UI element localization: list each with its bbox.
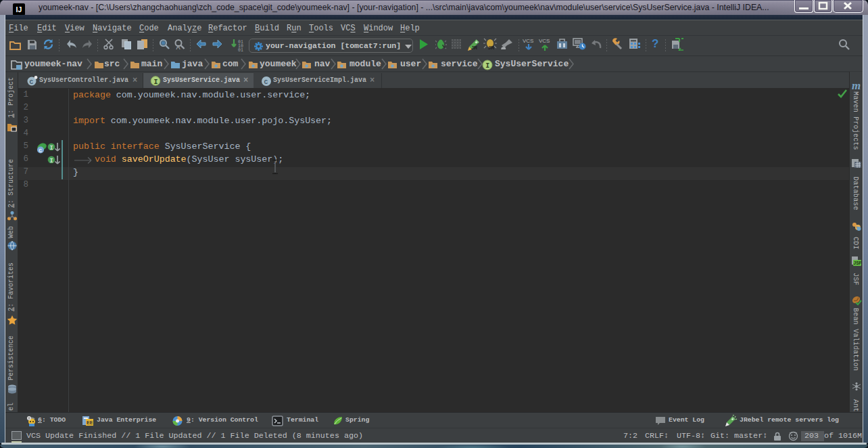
svg-text:C: C: [264, 79, 268, 86]
svg-text:JR: JR: [488, 45, 494, 50]
svg-text:01: 01: [238, 48, 243, 52]
svg-text:C: C: [39, 148, 42, 154]
svg-text:C: C: [30, 79, 34, 86]
svg-text:I: I: [49, 158, 53, 164]
svg-text:VCS: VCS: [539, 38, 550, 44]
svg-text:A: A: [176, 44, 180, 50]
svg-text:I: I: [153, 79, 158, 86]
svg-text:I: I: [49, 145, 53, 152]
svg-text:JR: JR: [471, 45, 477, 50]
svg-text:VCS: VCS: [523, 38, 533, 44]
svg-text:I: I: [485, 62, 489, 70]
svg-text:EE: EE: [87, 420, 93, 425]
svg-text:JSF: JSF: [854, 261, 862, 265]
